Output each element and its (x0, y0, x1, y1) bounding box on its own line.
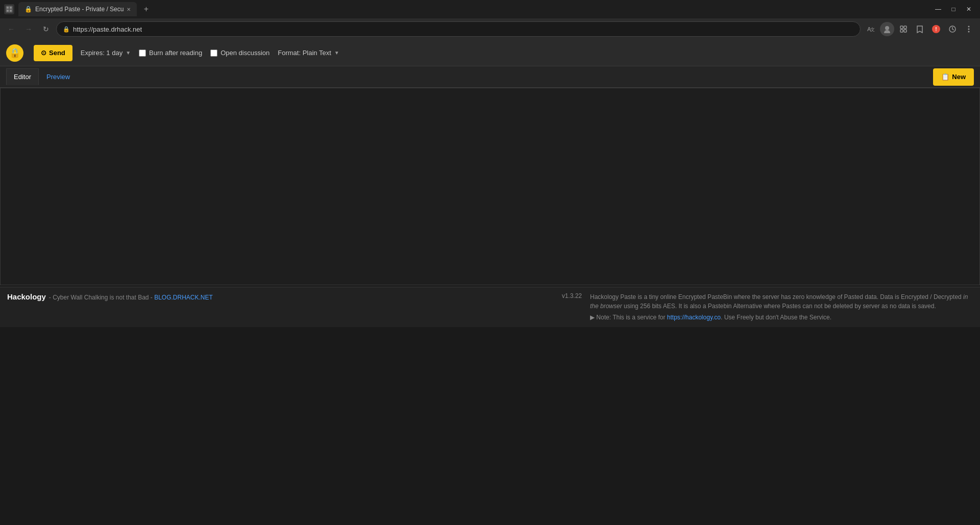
logo-icon: 🔒 (9, 47, 20, 59)
translate-button[interactable]: A文 (864, 22, 878, 36)
blog-link[interactable]: BLOG.DRHACK.NET (154, 294, 213, 301)
svg-rect-0 (6, 6, 13, 13)
svg-rect-2 (10, 7, 12, 9)
footer: Hackology - Cyber Wall Chalking is not t… (0, 287, 980, 327)
app-toolbar: 🔒 ⊙ Send Expires: 1 day ▼ Burn after rea… (0, 40, 980, 66)
footer-note: ▶ Note: This is a service for https://ha… (590, 313, 973, 322)
new-paste-icon: 📋 (941, 73, 949, 81)
open-discussion-checkbox[interactable] (210, 49, 217, 57)
format-label: Format: Plain Text (278, 49, 331, 57)
back-button[interactable]: ← (4, 22, 18, 36)
extensions-button[interactable] (896, 22, 911, 36)
italic-text: in the browser (590, 293, 968, 310)
url-text: https://paste.drhack.net (73, 26, 854, 33)
svg-point-13 (968, 26, 970, 28)
close-button[interactable]: ✕ (962, 2, 976, 16)
new-tab-button[interactable]: + (139, 2, 153, 16)
ssl-lock-icon: 🔒 (63, 26, 70, 33)
send-button[interactable]: ⊙ Send (34, 45, 72, 61)
hackology-link[interactable]: https://hackology.co (667, 314, 721, 321)
app-logo: 🔒 (6, 44, 23, 62)
bookmark-button[interactable] (913, 22, 927, 36)
browser-chrome: 🔒 Encrypted Paste - Private / Secu ✕ + —… (0, 0, 980, 40)
footer-brand: Hackology - Cyber Wall Chalking is not t… (7, 292, 213, 301)
refresh-button[interactable]: ↻ (39, 22, 53, 36)
burn-after-reading-checkbox[interactable] (139, 49, 146, 57)
expires-label: Expires: 1 day (81, 49, 122, 57)
svg-text:文: 文 (870, 27, 875, 32)
tab-favicon: 🔒 (24, 6, 32, 13)
browser-actions: A文 ! (864, 22, 976, 36)
address-bar[interactable]: 🔒 https://paste.drhack.net (56, 21, 861, 37)
format-dropdown[interactable]: Format: Plain Text ▼ (278, 49, 339, 57)
paste-editor[interactable] (0, 88, 980, 285)
adblocker-button[interactable]: ! (929, 22, 943, 36)
burn-after-reading-option[interactable]: Burn after reading (139, 49, 202, 57)
format-arrow-icon: ▼ (334, 50, 339, 56)
nav-bar: ← → ↻ 🔒 https://paste.drhack.net A文 (0, 18, 980, 40)
menu-button[interactable] (962, 22, 976, 36)
footer-description: Hackology Paste is a tiny online Encrypt… (590, 292, 973, 322)
tab-strip: Editor Preview 📋 New (0, 66, 980, 88)
tab-title: Encrypted Paste - Private / Secu (35, 6, 124, 13)
forward-button[interactable]: → (21, 22, 36, 36)
burn-after-reading-label: Burn after reading (149, 49, 202, 57)
tab-preview[interactable]: Preview (39, 68, 78, 85)
open-discussion-option[interactable]: Open discussion (210, 49, 270, 57)
tab-close-button[interactable]: ✕ (127, 7, 131, 12)
svg-rect-10 (900, 30, 903, 32)
new-paste-button[interactable]: 📋 New (933, 68, 974, 86)
expires-arrow-icon: ▼ (126, 50, 131, 56)
svg-rect-3 (7, 10, 9, 12)
open-discussion-label: Open discussion (220, 49, 270, 57)
svg-point-7 (885, 26, 889, 30)
send-icon: ⊙ (41, 49, 46, 57)
brand-name: Hackology (7, 292, 46, 301)
svg-rect-1 (7, 7, 9, 9)
minimize-button[interactable]: — (931, 2, 945, 16)
footer-tagline: - Cyber Wall Chalking is not that Bad - … (49, 294, 213, 301)
history-button[interactable] (945, 22, 960, 36)
app-content: 🔒 ⊙ Send Expires: 1 day ▼ Burn after rea… (0, 40, 980, 327)
svg-point-14 (968, 29, 970, 30)
window-controls: — □ ✕ (931, 2, 976, 16)
svg-rect-4 (10, 10, 12, 12)
footer-row: Hackology - Cyber Wall Chalking is not t… (7, 292, 973, 322)
expires-dropdown[interactable]: Expires: 1 day ▼ (81, 49, 131, 57)
svg-rect-11 (904, 30, 906, 32)
maximize-button[interactable]: □ (946, 2, 961, 16)
profile-icon (880, 22, 894, 36)
svg-rect-9 (904, 26, 906, 29)
active-tab[interactable]: 🔒 Encrypted Paste - Private / Secu ✕ (18, 2, 137, 16)
svg-rect-8 (900, 26, 903, 29)
tab-bar: 🔒 Encrypted Paste - Private / Secu ✕ + —… (0, 0, 980, 18)
tab-editor[interactable]: Editor (6, 68, 39, 85)
svg-point-15 (968, 31, 970, 33)
browser-icon (4, 4, 14, 14)
footer-version: v1.3.22 (562, 292, 582, 299)
